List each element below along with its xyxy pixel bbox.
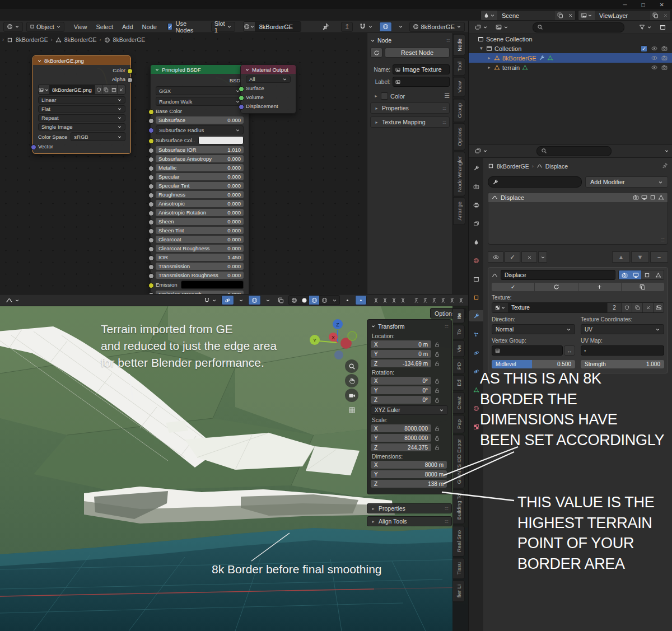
addon-xdna-icon[interactable] [399, 296, 407, 305]
viewlayer-selector[interactable]: ViewLayer [578, 10, 671, 21]
sheen-row[interactable]: Sheen0.000 [156, 218, 244, 225]
texture-copy-icon[interactable] [632, 303, 642, 312]
strength-slider[interactable]: Strength 1.000 [581, 360, 664, 368]
emission-swatch[interactable] [181, 281, 244, 289]
breadcrumb-object[interactable]: 8kBorderGE [16, 36, 48, 43]
viewport-canvas[interactable]: Z X Y Options Terrain imported from GEan… [0, 306, 468, 631]
add-modifier-dropdown[interactable]: Add Modifier [585, 176, 668, 188]
scene-unlink-icon[interactable] [565, 11, 575, 20]
color-output[interactable]: Color [38, 67, 125, 74]
location_label-z-field[interactable]: Z-134.69 m [371, 359, 431, 367]
shading-wireframe-icon[interactable] [289, 296, 299, 305]
tab-group[interactable]: Group [453, 99, 465, 122]
uv-map-field[interactable]: • [581, 345, 664, 356]
surface-input[interactable]: Surface [246, 85, 291, 92]
subsurface-col--swatch[interactable] [198, 136, 244, 144]
zoom-button[interactable] [345, 359, 358, 373]
overlays-toggle-icon[interactable] [379, 22, 392, 32]
location_label-x-field[interactable]: X0 m [371, 340, 431, 348]
shading-material-icon[interactable] [309, 296, 319, 305]
properties-tab-output[interactable] [469, 199, 483, 211]
scale_label-z-field[interactable]: Z244.375 [371, 443, 431, 451]
displacement-input[interactable]: Displacement [246, 102, 291, 110]
tab-fier-li[interactable]: fier Li [452, 580, 465, 602]
tab-real-sno[interactable]: Real Sno [452, 526, 465, 557]
subsurface-row[interactable]: Subsurface0.000 [156, 116, 244, 124]
color-disclosure[interactable]: ▸ [374, 94, 379, 99]
subsurface-anisotropy-row[interactable]: Subsurface Anisotropy0.000 [156, 155, 244, 162]
emission-row[interactable]: Emission [156, 281, 244, 289]
flat-dropdown[interactable]: Flat [38, 105, 125, 113]
clearcoat-slider[interactable]: Clearcoat0.000 [156, 236, 244, 243]
ggx-dropdown[interactable]: GGX [156, 86, 244, 95]
properties-tab-render[interactable] [469, 181, 483, 192]
outliner-display-mode-icon[interactable] [493, 23, 511, 32]
modifier-stack-item[interactable]: Displace :::: [488, 192, 668, 245]
specular-tint-slider[interactable]: Specular Tint0.000 [156, 182, 244, 189]
base-color-row[interactable]: Base Color [156, 107, 244, 115]
properties-panel-collapsed[interactable]: ▸Properties:::: [367, 503, 452, 513]
rotation_label-x-field[interactable]: X0° [371, 377, 431, 385]
panel-properties[interactable]: ▸Properties:::: [370, 102, 450, 114]
render-visibility-icon[interactable] [661, 45, 668, 52]
transmission-socket[interactable] [148, 264, 154, 270]
object-name[interactable]: terrain [502, 64, 520, 71]
gizmos-dropdown-icon[interactable] [236, 296, 246, 305]
tab-to[interactable]: To [452, 325, 465, 339]
subsurface-anisotropy-slider[interactable]: Subsurface Anisotropy0.000 [156, 155, 244, 162]
breadcrumb-material[interactable]: 8kBorderGE [113, 36, 146, 43]
alpha-output[interactable]: Alpha [38, 76, 125, 83]
transmission-roughness-slider[interactable]: Transmission Roughness0.000 [156, 272, 244, 279]
reset-node-button[interactable]: Reset Node [385, 48, 450, 58]
base-color-socket[interactable] [148, 109, 154, 115]
tab-pap[interactable]: Pap [452, 415, 465, 433]
toggle-visibility-icon[interactable] [488, 251, 503, 263]
roughness-row[interactable]: Roughness0.000 [156, 191, 244, 198]
roughness-socket[interactable] [148, 193, 154, 198]
single-image-dropdown[interactable]: Single Image [38, 123, 125, 130]
subsurface-radius-row[interactable]: Subsurface Radius [156, 125, 244, 134]
list-ops-dropdown-icon[interactable] [538, 251, 547, 263]
transmission-roughness-row[interactable]: Transmission Roughness0.000 [156, 272, 244, 279]
apply-button[interactable]: ✓ [492, 283, 534, 291]
reset-node-icon[interactable] [370, 48, 382, 58]
midlevel-slider[interactable]: Midlevel 0.500 [492, 360, 575, 368]
align-tools-panel-collapsed[interactable]: ▸Align Tools:::: [367, 516, 452, 526]
tab-ed[interactable]: Ed [452, 375, 465, 391]
menu-select[interactable]: Select [94, 24, 115, 30]
output-target-dropdown[interactable]: All [246, 76, 291, 83]
toggle-apply-icon[interactable]: ✓ [505, 251, 520, 263]
toggle-remove-icon[interactable] [521, 251, 537, 263]
copy-button[interactable] [622, 283, 664, 291]
hide-icon[interactable] [651, 45, 657, 52]
properties-tab-scene[interactable] [469, 236, 483, 247]
dimensions_label-x-field[interactable]: X8000 m [371, 461, 447, 469]
clearcoat-row[interactable]: Clearcoat0.000 [156, 236, 244, 243]
texture-coordinates-dropdown[interactable]: UV [581, 324, 664, 334]
random-walk-dropdown[interactable]: Random Walk [156, 97, 244, 106]
anisotropic-row[interactable]: Anisotropic0.000 [156, 200, 244, 207]
subsurface-ior-slider[interactable]: Subsurface IOR1.010 [156, 146, 244, 153]
tab-options[interactable]: Options [453, 123, 465, 151]
breadcrumb-modifier[interactable]: Displace [545, 163, 568, 170]
close-button[interactable]: ✕ [660, 2, 664, 8]
tab-tool[interactable]: Tool [453, 57, 465, 76]
vector-input[interactable]: Vector [38, 143, 125, 150]
modifier-name-field[interactable]: Displace [501, 270, 615, 280]
anisotropic-rotation-row[interactable]: Anisotropic Rotation0.000 [156, 209, 244, 216]
transform-panel-header[interactable]: Transform :::: [371, 321, 448, 331]
editor-type-button[interactable] [3, 22, 23, 32]
metallic-row[interactable]: Metallic0.000 [156, 164, 244, 171]
node-label-field[interactable] [393, 77, 450, 87]
tab-arrange[interactable]: Arrange [453, 197, 465, 225]
volume-input[interactable]: Volume [246, 94, 291, 101]
specular-tint-row[interactable]: Specular Tint0.000 [156, 182, 244, 189]
tab-tissu[interactable]: Tissu [452, 558, 465, 579]
subsurface-ior-row[interactable]: Subsurface IOR1.010 [156, 146, 244, 153]
specular-socket[interactable] [148, 175, 154, 180]
tab-node[interactable]: Node [453, 34, 465, 56]
image-texture-node[interactable]: 8kBorderGE.png Color Alpha 8kBorderGE.pn… [32, 55, 131, 154]
ior-row[interactable]: IOR1.450 [156, 254, 244, 261]
properties-tab-world[interactable] [469, 255, 483, 266]
pin-id-icon[interactable] [662, 162, 668, 170]
